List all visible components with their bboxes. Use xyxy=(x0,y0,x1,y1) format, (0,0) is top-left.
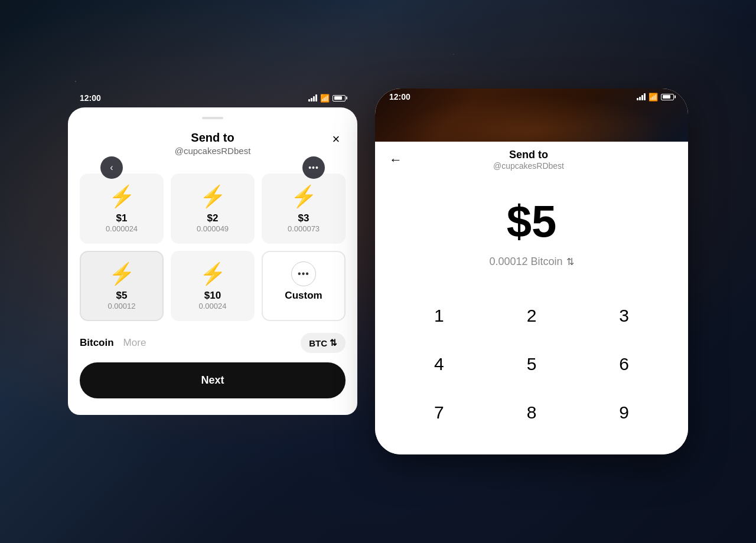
bottom-sheet: Send to @cupcakesRDbest × ⚡ $1 0.000024 … xyxy=(68,107,357,415)
tab-group: Bitcoin More xyxy=(80,337,146,349)
right-phone: 12:00 📶 xyxy=(375,89,688,454)
numpad-key-6[interactable]: 6 xyxy=(578,340,670,388)
custom-dots-icon: ••• xyxy=(291,261,316,286)
custom-amount-card[interactable]: ••• Custom xyxy=(262,251,346,321)
btc-amount-row: 0.00012 Bitcoin ⇅ xyxy=(387,256,676,268)
amount-btc-1: 0.000024 xyxy=(88,224,155,233)
lightning-icon-1: ⚡ xyxy=(88,184,155,209)
amount-btc-3: 0.000073 xyxy=(270,224,337,233)
numpad-key-2[interactable]: 2 xyxy=(485,292,578,340)
numpad-key-1[interactable]: 1 xyxy=(393,292,485,340)
right-wifi-icon: 📶 xyxy=(649,93,658,102)
phones-container: 12:00 📶 ‹ ••• xyxy=(68,89,688,454)
left-status-bar: 12:00 📶 xyxy=(68,89,357,107)
wifi-icon: 📶 xyxy=(320,94,330,103)
numpad-key-7[interactable]: 7 xyxy=(393,388,485,437)
swap-currency-icon[interactable]: ⇅ xyxy=(566,256,574,267)
lightning-icon-5: ⚡ xyxy=(88,261,155,286)
right-time: 12:00 xyxy=(389,92,410,102)
battery-icon xyxy=(333,95,346,102)
phone-wallpaper: 12:00 📶 xyxy=(375,89,688,142)
amount-card-2[interactable]: ⚡ $2 0.000049 xyxy=(171,174,255,244)
amount-btc-5: 0.00012 xyxy=(88,302,155,310)
amount-grid: ⚡ $1 0.000024 ⚡ $2 0.000049 ⚡ $3 0.00007… xyxy=(68,168,357,333)
left-time: 12:00 xyxy=(80,93,101,103)
back-button[interactable]: ‹ xyxy=(100,156,123,179)
amount-card-1[interactable]: ⚡ $1 0.000024 xyxy=(80,174,164,244)
amount-usd-10: $10 xyxy=(179,290,246,302)
amount-card-3[interactable]: ⚡ $3 0.000073 xyxy=(262,174,346,244)
sheet-title: Send to xyxy=(103,131,322,145)
currency-tabs: Bitcoin More BTC ⇅ xyxy=(68,333,357,362)
amount-usd-5: $5 xyxy=(88,290,155,302)
numpad-key-3[interactable]: 3 xyxy=(578,292,670,340)
tab-bitcoin[interactable]: Bitcoin xyxy=(80,337,114,349)
numpad-key-4[interactable]: 4 xyxy=(393,340,485,388)
custom-label: Custom xyxy=(270,290,337,302)
numpad-key-9[interactable]: 9 xyxy=(578,388,670,437)
lightning-icon-3: ⚡ xyxy=(270,184,337,209)
amount-usd-2: $2 xyxy=(179,212,246,224)
right-header: ← Send to @cupcakesRDbest xyxy=(375,142,688,175)
btc-amount-text: 0.00012 Bitcoin xyxy=(489,256,562,268)
right-content: ← Send to @cupcakesRDbest $5 0.00012 Bit… xyxy=(375,142,688,454)
close-icon: × xyxy=(333,132,340,147)
amount-card-5[interactable]: ⚡ $5 0.00012 xyxy=(80,251,164,321)
numpad-key-8[interactable]: 8 xyxy=(485,388,578,437)
right-status-icons: 📶 xyxy=(637,93,674,102)
amount-btc-2: 0.000049 xyxy=(179,224,246,233)
big-amount-value: $5 xyxy=(387,199,676,244)
right-back-button[interactable]: ← xyxy=(389,152,402,168)
back-arrow-icon: ‹ xyxy=(110,162,113,173)
more-options-button[interactable]: ••• xyxy=(302,156,325,179)
right-back-icon: ← xyxy=(389,152,402,167)
amount-usd-3: $3 xyxy=(270,212,337,224)
signal-bars-icon xyxy=(308,94,317,102)
tab-more[interactable]: More xyxy=(123,337,146,349)
btc-toggle-button[interactable]: BTC ⇅ xyxy=(301,333,346,353)
amount-usd-1: $1 xyxy=(88,212,155,224)
right-battery-icon xyxy=(661,94,674,100)
numpad: 1 2 3 4 5 6 7 8 9 xyxy=(375,280,688,454)
left-phone: 12:00 📶 ‹ ••• xyxy=(68,89,357,415)
amount-display: $5 0.00012 Bitcoin ⇅ xyxy=(375,175,688,280)
btc-toggle-label: BTC xyxy=(309,338,327,348)
more-dots-icon: ••• xyxy=(308,163,319,172)
lightning-icon-2: ⚡ xyxy=(179,184,246,209)
btc-swap-icon: ⇅ xyxy=(330,338,337,348)
right-header-center: Send to @cupcakesRDbest xyxy=(402,149,655,171)
right-send-to-title: Send to xyxy=(402,149,655,161)
left-status-icons: 📶 xyxy=(308,94,346,103)
drag-handle[interactable] xyxy=(202,117,223,119)
right-recipient: @cupcakesRDbest xyxy=(402,161,655,171)
right-status-bar: 12:00 📶 xyxy=(375,89,688,104)
numpad-key-5[interactable]: 5 xyxy=(485,340,578,388)
sheet-subtitle: @cupcakesRDbest xyxy=(103,146,322,156)
close-button[interactable]: × xyxy=(327,130,346,149)
next-button[interactable]: Next xyxy=(80,362,346,398)
lightning-icon-10: ⚡ xyxy=(179,261,246,286)
amount-card-10[interactable]: ⚡ $10 0.00024 xyxy=(171,251,255,321)
amount-btc-10: 0.00024 xyxy=(179,302,246,310)
right-signal-bars xyxy=(637,93,646,100)
